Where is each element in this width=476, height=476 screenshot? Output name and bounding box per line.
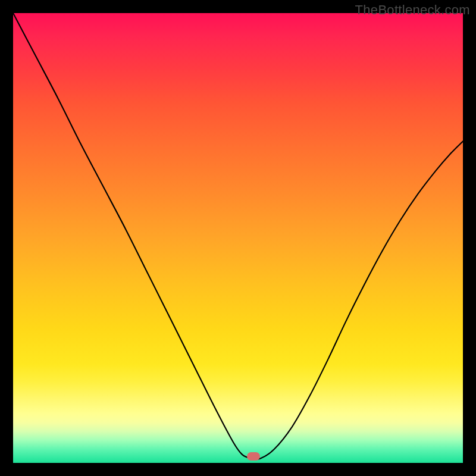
chart-marker [247, 452, 260, 461]
chart-plot-area [13, 13, 463, 463]
chart-curve [13, 13, 463, 463]
watermark-text: TheBottleneck.com [355, 2, 470, 18]
